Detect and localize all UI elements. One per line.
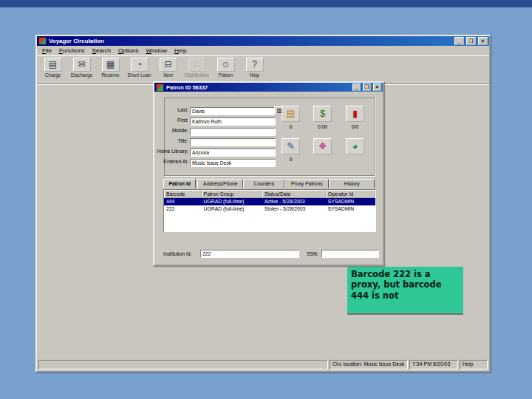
home-library-field[interactable] — [190, 149, 276, 157]
toolbar-distribution: ∴ Distribution — [183, 58, 211, 78]
institution-id-field[interactable] — [200, 250, 299, 258]
notes-count: 0 — [282, 157, 300, 162]
cell-status-date: Active - 5/28/2003 — [262, 198, 326, 205]
app-icon — [38, 37, 47, 45]
menu-file[interactable]: File — [38, 47, 55, 55]
toolbar-item[interactable]: ⊟ Item — [154, 58, 182, 78]
overdue-recalls-icon[interactable]: ▮ — [346, 106, 364, 122]
ssn-field[interactable] — [321, 250, 379, 258]
discharge-icon: ✉ — [73, 58, 91, 72]
dialog-close-button[interactable]: ✕ — [373, 83, 381, 91]
table-row[interactable]: 444 UGRAD (full-time) Active - 5/28/2003… — [164, 198, 375, 205]
toolbar-patron[interactable]: ☺ Patron — [212, 58, 239, 78]
title-field[interactable] — [190, 138, 276, 146]
cell-patron-group: UGRAD (full-time) — [202, 205, 262, 213]
menu-functions[interactable]: Functions — [55, 47, 89, 55]
patron-icon: ☺ — [217, 58, 235, 72]
short-loan-icon: ◔ — [131, 58, 149, 72]
barcode-table: Barcode Patron Group Status/Date Operato… — [163, 189, 376, 232]
overdue-recalls-count: 0/0 — [346, 124, 364, 129]
tab-counters[interactable]: Counters — [243, 179, 284, 188]
fines-fees-count: 0.00 — [313, 124, 332, 129]
status-message — [38, 360, 328, 369]
dialog-minimize-button[interactable]: _ — [352, 83, 361, 91]
app-title: Voyager Circulation — [49, 38, 452, 44]
header-operator-id[interactable]: Operator Id — [326, 190, 375, 198]
menu-help[interactable]: Help — [171, 47, 190, 55]
cell-barcode: 222 — [164, 205, 202, 213]
institution-id-label: Institution Id: — [163, 251, 192, 256]
patron-dialog: Patron ID 56337 _ ❒ ✕ Last: ▥ First: Mid… — [153, 81, 384, 266]
toolbar: ▤ Charge ✉ Discharge ▦ Reserve ◔ Short L… — [37, 56, 489, 84]
tab-address-phone[interactable]: Address/Phone — [197, 179, 243, 188]
dialog-maximize-button[interactable]: ❒ — [363, 83, 371, 91]
toolbar-help[interactable]: ? Help — [241, 58, 268, 78]
item-icon: ⊟ — [160, 58, 177, 72]
patron-dialog-titlebar[interactable]: Patron ID 56337 _ ❒ ✕ — [154, 83, 383, 92]
notes-icon[interactable]: ✎ — [282, 138, 300, 154]
cell-status-date: Stolen - 5/28/2003 — [262, 205, 326, 213]
dialog-tabs: Patron Id Address/Phone Counters Proxy P… — [163, 179, 375, 188]
toolbar-distribution-label: Distribution — [183, 72, 211, 78]
toolbar-reserve[interactable]: ▦ Reserve — [97, 58, 124, 78]
charge-icon: ▤ — [44, 58, 62, 72]
toolbar-reserve-label: Reserve — [97, 72, 124, 78]
patron-dialog-icon — [156, 83, 164, 92]
status-bar: Circ location: Music Issue Desk 7:54 PM … — [38, 360, 488, 369]
cell-patron-group: UGRAD (full-time) — [202, 198, 262, 205]
header-status-date[interactable]: Status/Date — [262, 190, 326, 198]
slide-background: Voyager Circulation _ ❒ ✕ File Functions… — [0, 0, 532, 399]
minimize-button[interactable]: _ — [454, 37, 464, 45]
fines-fees-icon[interactable]: $ — [313, 106, 332, 122]
toolbar-short-loan[interactable]: ◔ Short Loan — [126, 58, 153, 78]
first-name-field[interactable] — [190, 117, 276, 126]
header-patron-group[interactable]: Patron Group — [202, 190, 262, 198]
toolbar-discharge[interactable]: ✉ Discharge — [68, 58, 95, 78]
toolbar-help-label: Help — [241, 72, 268, 78]
tab-history[interactable]: History — [329, 179, 375, 188]
barcode-table-header: Barcode Patron Group Status/Date Operato… — [164, 190, 375, 198]
statistics-icon[interactable]: ◕ — [346, 138, 364, 154]
ssn-label: SSN: — [307, 251, 318, 256]
stamps-icon[interactable]: ❖ — [313, 138, 332, 154]
status-circ-location: Circ location: Music Issue Desk — [330, 360, 408, 369]
tab-proxy-patrons[interactable]: Proxy Patrons — [284, 179, 329, 188]
slide-top-band — [0, 0, 532, 7]
close-button[interactable]: ✕ — [478, 37, 488, 45]
status-help: Help — [460, 360, 488, 369]
toolbar-charge-label: Charge — [39, 72, 66, 78]
toolbar-item-label: Item — [154, 72, 182, 78]
home-library-label: Home Library: — [156, 149, 188, 154]
tab-patron-id[interactable]: Patron Id — [163, 179, 196, 188]
toolbar-patron-label: Patron — [212, 72, 239, 78]
annotation-callout: Barcode 222 is a proxy, but barcode 444 … — [347, 267, 463, 313]
cell-operator-id: SYSADMIN — [326, 205, 375, 213]
last-name-label: Last: — [156, 107, 188, 112]
first-name-label: First: — [156, 117, 188, 123]
header-barcode[interactable]: Barcode — [164, 190, 202, 198]
reserve-icon: ▦ — [102, 58, 120, 72]
distribution-icon: ∴ — [188, 58, 206, 72]
help-icon: ? — [246, 58, 264, 72]
table-row[interactable]: 222 UGRAD (full-time) Stolen - 5/28/2003… — [164, 205, 375, 213]
charged-items-count: 0 — [282, 124, 300, 129]
menu-window[interactable]: Window — [143, 47, 171, 55]
title-label: Title: — [156, 138, 188, 143]
entered-at-label: Entered At: — [156, 159, 188, 164]
cell-operator-id: SYSADMIN — [326, 198, 375, 205]
menu-search[interactable]: Search — [89, 47, 115, 55]
maximize-button[interactable]: ❒ — [466, 37, 476, 45]
charged-items-icon[interactable]: ▤ — [282, 106, 300, 122]
patron-dialog-title: Patron ID 56337 — [166, 84, 350, 91]
status-datetime: 7:54 PM 8/20/03 — [409, 360, 458, 369]
cell-barcode: 444 — [164, 198, 202, 205]
middle-name-label: Middle: — [156, 128, 188, 133]
last-name-field[interactable] — [190, 107, 276, 115]
toolbar-discharge-label: Discharge — [68, 72, 95, 78]
toolbar-charge[interactable]: ▤ Charge — [39, 58, 66, 78]
middle-name-field[interactable] — [190, 128, 276, 136]
menu-options[interactable]: Options — [115, 47, 143, 55]
toolbar-short-loan-label: Short Loan — [126, 72, 153, 78]
entered-at-field[interactable] — [190, 159, 276, 167]
app-titlebar[interactable]: Voyager Circulation _ ❒ ✕ — [37, 36, 489, 46]
